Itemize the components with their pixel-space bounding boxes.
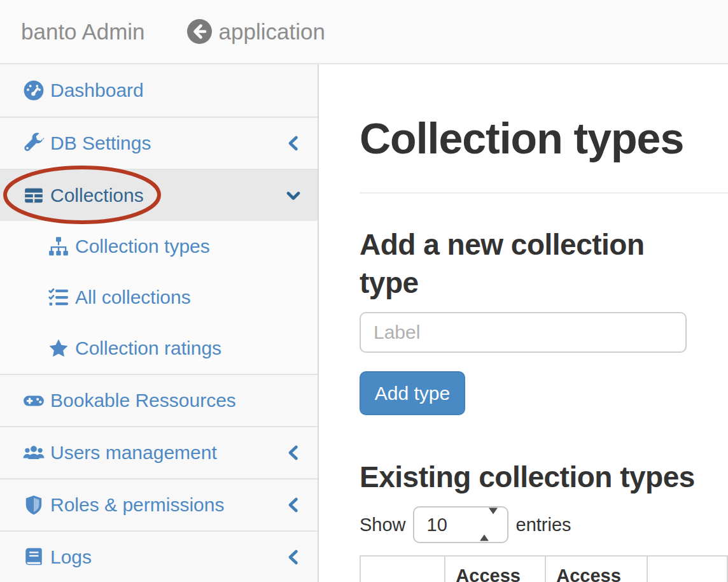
table-header-clipped[interactable] [647, 556, 727, 582]
users-icon [22, 441, 45, 464]
sidebar-item-collection-ratings[interactable]: Collection ratings [0, 323, 318, 374]
sidebar-item-logs[interactable]: Logs [0, 530, 318, 582]
label-input[interactable] [360, 312, 687, 353]
sidebar-item-label: Bookable Ressources [50, 390, 236, 411]
collection-types-table: Access Access [360, 555, 728, 582]
table-header-empty[interactable] [360, 556, 445, 582]
sidebar-nav: Dashboard DB Settings Collections [0, 64, 319, 582]
sidebar-item-label: Dashboard [50, 80, 144, 101]
table-header-access-1[interactable]: Access [445, 556, 545, 582]
brand-title: banto Admin [21, 19, 145, 45]
task-list-icon [47, 286, 70, 309]
table-length-control: Show 10 entries [360, 506, 571, 543]
sidebar-item-label: Logs [50, 546, 92, 568]
sidebar-item-label: DB Settings [50, 132, 151, 154]
collections-submenu: Collection types All collections [0, 221, 318, 374]
shield-icon [22, 493, 45, 516]
table-header-access-2[interactable]: Access [545, 556, 647, 582]
chevron-down-icon [286, 187, 300, 204]
sitemap-icon [47, 235, 70, 258]
show-label: Show [360, 515, 406, 536]
sidebar-item-label: All collections [75, 287, 191, 308]
sidebar-item-label: Collections [50, 185, 144, 206]
main-content: Collection types Add a new collection ty… [320, 64, 728, 582]
add-type-heading: Add a new collection type [360, 225, 697, 302]
sidebar-item-label: Collection ratings [75, 337, 221, 359]
page-title: Collection types [360, 117, 683, 160]
wrench-icon [22, 132, 45, 155]
sidebar-item-label: Roles & permissions [50, 494, 224, 516]
sidebar-item-db-settings[interactable]: DB Settings [0, 117, 318, 169]
sidebar-item-all-collections[interactable]: All collections [0, 272, 318, 323]
sidebar-item-dashboard[interactable]: Dashboard [0, 64, 318, 117]
chevron-left-icon [286, 548, 300, 566]
sidebar-item-collection-types[interactable]: Collection types [0, 221, 318, 272]
sidebar-item-users-management[interactable]: Users management [0, 426, 318, 478]
table-header-row: Access Access [360, 556, 727, 582]
existing-types-heading: Existing collection types [360, 458, 728, 496]
title-divider [360, 192, 728, 194]
chevron-left-icon [286, 444, 300, 462]
gamepad-icon [22, 389, 45, 412]
book-icon [22, 546, 45, 569]
top-header: banto Admin application [0, 0, 728, 64]
sidebar-item-roles-permissions[interactable]: Roles & permissions [0, 478, 318, 530]
tachometer-icon [22, 79, 45, 102]
add-type-button[interactable]: Add type [360, 371, 465, 415]
back-link-label[interactable]: application [219, 19, 325, 45]
chevron-left-icon [286, 496, 300, 514]
sidebar-item-label: Collection types [75, 236, 210, 257]
entries-label: entries [516, 515, 571, 536]
sidebar-item-bookable-ressources[interactable]: Bookable Ressources [0, 374, 318, 426]
chevron-left-icon [286, 134, 300, 152]
sidebar-item-collections[interactable]: Collections [0, 169, 318, 221]
entries-length-value: 10 [427, 515, 447, 536]
arrow-circle-left-icon[interactable] [186, 18, 213, 45]
star-icon [47, 337, 70, 360]
back-to-application-link[interactable]: application [186, 18, 325, 45]
table-icon [22, 184, 45, 207]
entries-length-select[interactable]: 10 [413, 506, 508, 543]
select-stepper-icon [480, 515, 498, 536]
sidebar-item-label: Users management [50, 442, 217, 464]
